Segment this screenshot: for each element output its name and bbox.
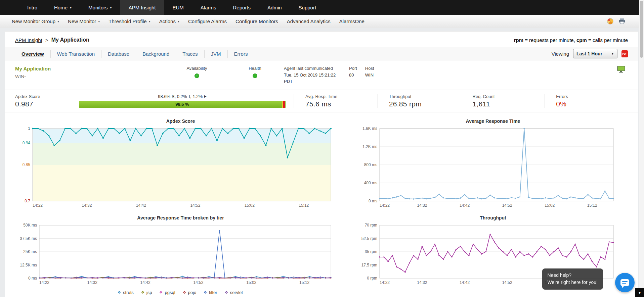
legend-diamond-icon <box>183 291 185 294</box>
time-range-select[interactable]: Last 1 Hour ▼ <box>573 49 617 58</box>
nav-label: Support <box>299 5 316 10</box>
nav-label: Home <box>54 5 68 10</box>
svg-text:14:52: 14:52 <box>502 203 512 208</box>
svg-text:14:22: 14:22 <box>33 203 43 208</box>
svg-text:15:12: 15:12 <box>299 280 309 285</box>
help-tooltip-line1: Need help? <box>548 272 598 279</box>
nav-alarms[interactable]: Alarms <box>192 0 225 15</box>
nav-support[interactable]: Support <box>290 0 325 15</box>
apdex-distribution-summary: 98.6% S, 0.2% T, 1.2% F <box>79 94 286 99</box>
nav-reports[interactable]: Reports <box>225 0 259 15</box>
scroll-corner[interactable]: ▼ <box>635 288 644 297</box>
apdex-bar-text: 98.6 % <box>79 101 285 108</box>
tier-chart-legend: strutsjsppgsqlpojofilterservlet <box>15 290 346 295</box>
caret-down-icon: ▾ <box>178 19 179 23</box>
tab-errors[interactable]: Errors <box>227 50 254 58</box>
tab-background[interactable]: Background <box>136 50 176 58</box>
throughput-value: 26.85 rpm <box>389 100 461 108</box>
errors-metric: Errors 0% <box>544 94 628 108</box>
port-value: 80 <box>349 72 357 79</box>
port-block: Port 80 <box>349 66 357 79</box>
rpm-term: rpm <box>514 37 523 43</box>
pdf-export-icon[interactable]: PDF <box>621 50 628 57</box>
svg-text:0.7: 0.7 <box>25 199 30 203</box>
svg-text:14:52: 14:52 <box>502 280 512 285</box>
resp-time-by-tier-chart: 0 ms12.5K ms25K ms37.5K ms50K ms14:2214:… <box>15 222 346 288</box>
tab-web-transaction[interactable]: Web Transaction <box>50 50 101 58</box>
legend-item[interactable]: servlet <box>225 290 243 295</box>
alarmsone-button[interactable]: AlarmsOne <box>335 18 369 24</box>
tab-overview[interactable]: Overview <box>15 50 50 58</box>
tab-traces[interactable]: Traces <box>176 50 204 58</box>
apdex-metric-label: Apdex Score <box>15 94 79 99</box>
breadcrumb-row: APM Insight > My Application rpm = reque… <box>5 32 638 47</box>
svg-text:0.85: 0.85 <box>23 162 31 167</box>
svg-text:70 rpm: 70 rpm <box>365 223 377 228</box>
viewing-controls: Viewing Last 1 Hour ▼ PDF <box>552 49 628 58</box>
chat-button[interactable] <box>615 273 635 292</box>
legend-diamond-icon <box>160 291 162 294</box>
triangle-down-icon: ▼ <box>638 291 641 295</box>
health-status-icon[interactable] <box>253 73 257 78</box>
caret-down-icon: ▾ <box>149 19 151 23</box>
legend-item[interactable]: filter <box>204 290 217 295</box>
scrollbar-track[interactable] <box>639 0 644 297</box>
svg-text:15:02: 15:02 <box>545 203 555 208</box>
request-count-value: 1,611 <box>473 100 545 108</box>
nav-label: APM Insight <box>129 5 156 10</box>
svg-text:0 ms: 0 ms <box>369 199 377 203</box>
nav-eum[interactable]: EUM <box>164 0 192 15</box>
svg-text:14:32: 14:32 <box>87 280 97 285</box>
nav-home[interactable]: Home▾ <box>46 0 80 15</box>
throughput-label: Throughput <box>389 94 461 99</box>
apdex-distribution-block: 98.6% S, 0.2% T, 1.2% F 98.6 % <box>79 94 286 108</box>
host-label: Host <box>365 66 374 71</box>
tab-jvm[interactable]: JVM <box>204 50 227 58</box>
cpm-term: cpm <box>576 37 587 43</box>
apdex-score-chart: 10.940.850.714:2214:3214:4214:5215:0215:… <box>15 126 346 212</box>
avg-resp-time-value: 75.6 ms <box>305 100 377 108</box>
personalize-icon[interactable] <box>607 18 613 24</box>
cpm-def: = calls per minute <box>587 37 628 43</box>
svg-text:12.5K ms: 12.5K ms <box>20 262 37 267</box>
legend-item[interactable]: pojo <box>183 290 197 295</box>
configure-monitors-button[interactable]: Configure Monitors <box>231 18 283 24</box>
scrollbar-thumb[interactable] <box>640 1 643 58</box>
legend-item[interactable]: struts <box>118 290 134 295</box>
errors-value: 0% <box>556 100 628 108</box>
print-icon[interactable] <box>619 18 625 24</box>
help-tooltip: Need help? We're right here for you! <box>542 268 603 290</box>
apdex-distribution-bar[interactable]: 98.6 % <box>79 101 286 108</box>
nav-label: Admin <box>267 5 282 10</box>
legend-item[interactable]: jsp <box>142 290 152 295</box>
legend-item[interactable]: pgsql <box>160 290 175 295</box>
units-note: rpm = requests per minute, cpm = calls p… <box>514 37 628 43</box>
toolbar-label: Actions <box>159 18 176 24</box>
configure-alarms-button[interactable]: Configure Alarms <box>184 18 231 24</box>
actions-button[interactable]: Actions▾ <box>155 18 184 24</box>
nav-intro[interactable]: Intro <box>19 0 46 15</box>
availability-status-icon[interactable]: ↑ <box>195 73 199 78</box>
new-monitor-button[interactable]: New Monitor▾ <box>63 18 104 24</box>
avg-resp-time-metric: Avg. Resp. Time 75.6 ms <box>294 94 377 108</box>
nav-monitors[interactable]: Monitors▾ <box>80 0 120 15</box>
svg-text:35 rpm: 35 rpm <box>365 249 377 254</box>
monitor-screen-icon[interactable] <box>617 66 625 74</box>
agent-value: Tue, 15 Oct 2019 15:21:22 PDT <box>284 72 340 85</box>
nav-admin[interactable]: Admin <box>259 0 290 15</box>
threshold-profile-button[interactable]: Threshold Profile▾ <box>104 18 155 24</box>
chat-bubble-icon <box>620 279 629 286</box>
port-label: Port <box>349 66 357 71</box>
availability-label: Availability <box>182 66 212 71</box>
svg-text:15:02: 15:02 <box>246 280 256 285</box>
breadcrumb: APM Insight > My Application <box>15 37 89 43</box>
breadcrumb-link-apm-insight[interactable]: APM Insight <box>15 37 42 43</box>
tab-database[interactable]: Database <box>101 50 136 58</box>
health-block: Health <box>242 66 268 78</box>
help-tooltip-line2: We're right here for you! <box>548 279 598 286</box>
svg-text:14:42: 14:42 <box>460 280 470 285</box>
svg-text:1: 1 <box>28 126 30 131</box>
advanced-analytics-button[interactable]: Advanced Analytics <box>283 18 335 24</box>
new-monitor-group-button[interactable]: New Monitor Group▾ <box>7 18 63 24</box>
nav-apm-insight[interactable]: APM Insight <box>120 0 164 15</box>
